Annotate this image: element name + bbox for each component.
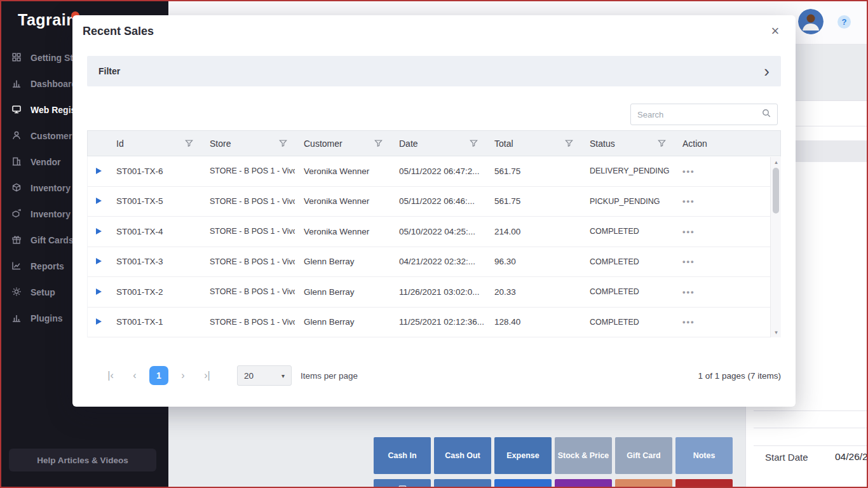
table-row[interactable]: ST001-TX-5STORE - B POS 1 - VivoVeronika… xyxy=(88,187,780,217)
search-box xyxy=(630,104,778,125)
quick-button-cash-out[interactable]: Cash Out xyxy=(434,437,491,474)
start-date-value: 04/26/2022 04:28:59 AM xyxy=(835,451,868,463)
cell-status: COMPLETED xyxy=(581,227,674,236)
cell-customer: Glenn Berray xyxy=(295,317,390,327)
help-articles-button[interactable]: Help Articles & Videos xyxy=(9,449,156,471)
action-button-close-register[interactable]: Close Register xyxy=(494,479,552,488)
gift-icon xyxy=(11,234,22,245)
pagination: |‹ ‹ 1 › ›| 20 ▾ Items per page 1 of 1 p… xyxy=(87,365,781,386)
filter-funnel-icon[interactable] xyxy=(185,139,193,149)
help-icon[interactable]: ? xyxy=(837,15,851,29)
expand-row-icon[interactable] xyxy=(96,228,102,234)
filter-funnel-icon[interactable] xyxy=(279,139,287,149)
action-button-x-report[interactable]: X - Report xyxy=(434,479,491,488)
prev-page-button[interactable]: ‹ xyxy=(125,366,144,385)
table-row[interactable]: ST001-TX-4STORE - B POS 1 - VivoVeronika… xyxy=(88,217,780,247)
action-button-lock[interactable]: Lock xyxy=(555,479,612,488)
cell-date: 11/25/2021 02:12:36... xyxy=(390,317,485,327)
filter-funnel-icon[interactable] xyxy=(470,139,478,149)
bar-chart-icon xyxy=(11,313,22,323)
avatar-image xyxy=(798,9,824,34)
till-transactions-icon xyxy=(397,484,408,488)
table-row[interactable]: ST001-TX-6STORE - B POS 1 - VivoVeronika… xyxy=(88,156,780,187)
cell-id: ST001-TX-3 xyxy=(107,257,201,266)
user-avatar[interactable] xyxy=(798,9,824,34)
quick-button-cash-in[interactable]: Cash In xyxy=(374,437,431,474)
sidebar-item-label: Dashboard xyxy=(31,79,77,89)
last-page-button[interactable]: ›| xyxy=(198,366,217,385)
cell-customer: Glenn Berray xyxy=(295,287,390,297)
cell-date: 05/11/2022 06:47:2... xyxy=(390,166,485,176)
column-header-customer[interactable]: Customer xyxy=(295,131,390,156)
sidebar-item-label: Gift Cards xyxy=(31,235,74,245)
cell-id: ST001-TX-5 xyxy=(107,196,201,206)
scroll-down-icon[interactable]: ▾ xyxy=(771,329,782,336)
cell-date: 05/10/2022 04:25:... xyxy=(390,227,485,236)
first-page-button[interactable]: |‹ xyxy=(101,366,120,385)
column-header-id[interactable]: Id xyxy=(107,131,201,156)
scrollbar-thumb[interactable] xyxy=(773,168,779,214)
quick-button-notes[interactable]: Notes xyxy=(675,437,733,474)
cell-status: COMPLETED xyxy=(581,287,674,296)
expand-row-icon[interactable] xyxy=(96,258,102,264)
expand-row-icon[interactable] xyxy=(96,318,102,325)
cell-status: COMPLETED xyxy=(581,257,674,266)
next-page-button[interactable]: › xyxy=(173,366,193,385)
row-actions-button[interactable]: ••• xyxy=(682,317,695,327)
cell-date: 11/26/2021 03:02:0... xyxy=(390,287,485,297)
pay-button[interactable]: Pay $0.00 xyxy=(754,476,868,488)
cell-store: STORE - B POS 1 - Vivo xyxy=(201,318,295,327)
column-header-action[interactable]: Action xyxy=(674,131,780,156)
row-actions-button[interactable]: ••• xyxy=(682,196,695,206)
filter-expander[interactable]: Filter › xyxy=(87,56,781,86)
column-header-date[interactable]: Date xyxy=(390,131,485,156)
filter-funnel-icon[interactable] xyxy=(658,139,666,149)
cell-status: DELIVERY_PENDING xyxy=(581,166,674,175)
current-page-button[interactable]: 1 xyxy=(149,366,168,385)
filter-funnel-icon[interactable] xyxy=(565,139,573,149)
quick-button-gift-card[interactable]: Gift Card xyxy=(615,437,672,474)
grid-icon xyxy=(11,52,22,63)
close-icon[interactable]: × xyxy=(766,22,784,40)
row-actions-button[interactable]: ••• xyxy=(682,227,695,236)
cell-id: ST001-TX-4 xyxy=(107,227,201,236)
table-header-row: IdStoreCustomerDateTotalStatusAction xyxy=(87,130,781,156)
row-actions-button[interactable]: ••• xyxy=(682,287,695,297)
cell-total: 214.00 xyxy=(485,227,581,236)
cell-customer: Veronika Wenner xyxy=(295,196,390,206)
table-row[interactable]: ST001-TX-2STORE - B POS 1 - VivoGlenn Be… xyxy=(88,277,780,308)
quick-button-stock-price[interactable]: Stock & Price xyxy=(555,437,612,474)
action-button-till-transactions[interactable]: Till Transactions xyxy=(374,479,431,488)
column-header-store[interactable]: Store xyxy=(201,131,295,156)
row-actions-button[interactable]: ••• xyxy=(682,166,695,176)
scroll-up-icon[interactable]: ▴ xyxy=(771,159,782,165)
start-date-label: Start Date xyxy=(765,452,808,463)
quick-button-expense[interactable]: Expense xyxy=(494,437,552,474)
expand-row-icon[interactable] xyxy=(96,198,102,204)
expand-row-icon[interactable] xyxy=(96,288,102,295)
table-row[interactable]: ST001-TX-1STORE - B POS 1 - VivoGlenn Be… xyxy=(88,308,780,338)
line-chart-icon xyxy=(11,261,22,271)
totals-divider xyxy=(754,445,868,446)
column-header-status[interactable]: Status xyxy=(581,131,674,156)
action-buttons-row: Till TransactionsX - ReportClose Registe… xyxy=(374,479,733,488)
cell-store: STORE - B POS 1 - Vivo xyxy=(201,197,295,206)
action-button-cancel[interactable]: Cancel xyxy=(675,479,733,488)
search-icon[interactable] xyxy=(762,109,771,120)
sidebar-item-label: Vendor xyxy=(31,157,60,167)
column-header-total[interactable]: Total xyxy=(485,131,581,156)
recent-sales-modal: Recent Sales × Filter › IdStoreCustomerD… xyxy=(72,15,796,407)
page-size-value: 20 xyxy=(244,371,254,381)
cell-total: 128.40 xyxy=(485,317,581,327)
row-actions-button[interactable]: ••• xyxy=(682,257,695,266)
table-scrollbar[interactable]: ▴ ▾ xyxy=(770,157,781,337)
table-row[interactable]: ST001-TX-3STORE - B POS 1 - VivoGlenn Be… xyxy=(88,247,780,278)
action-button-suspend[interactable]: Suspend xyxy=(615,479,672,488)
page-size-select[interactable]: 20 ▾ xyxy=(237,365,292,386)
pagination-summary: 1 of 1 pages (7 items) xyxy=(698,371,781,381)
cell-status: PICKUP_PENDING xyxy=(581,197,674,206)
filter-funnel-icon[interactable] xyxy=(374,139,383,149)
search-input[interactable] xyxy=(637,110,762,119)
cell-total: 20.33 xyxy=(485,287,581,297)
expand-row-icon[interactable] xyxy=(96,168,102,174)
